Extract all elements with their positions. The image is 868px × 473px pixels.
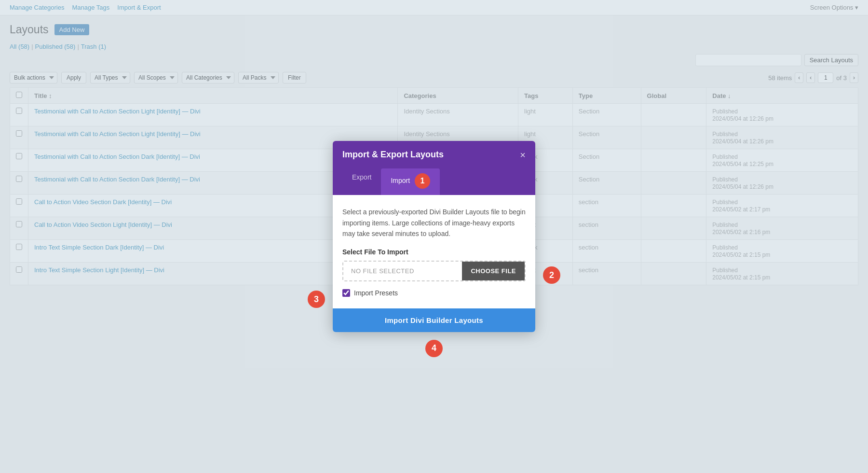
step-3-badge: 3 bbox=[308, 291, 325, 308]
modal-header: Import & Export Layouts × bbox=[333, 141, 535, 168]
step-4-badge: 4 bbox=[425, 340, 443, 357]
modal-overlay[interactable]: 2 3 Import & Export Layouts × Export Imp… bbox=[0, 0, 868, 473]
file-section-label: Select File To Import bbox=[342, 248, 526, 256]
import-presets-row: Import Presets bbox=[342, 289, 526, 297]
modal-description: Select a previously-exported Divi Builde… bbox=[342, 207, 526, 239]
choose-file-button[interactable]: CHOOSE FILE bbox=[462, 262, 525, 280]
modal-body: Select a previously-exported Divi Builde… bbox=[333, 195, 535, 308]
import-presets-label: Import Presets bbox=[354, 289, 398, 297]
step-2-badge: 2 bbox=[543, 266, 560, 284]
modal-title: Import & Export Layouts bbox=[342, 150, 444, 160]
modal-wrapper: 2 3 Import & Export Layouts × Export Imp… bbox=[333, 141, 535, 332]
file-upload-area: NO FILE SELECTED CHOOSE FILE bbox=[342, 261, 526, 281]
no-file-label: NO FILE SELECTED bbox=[343, 262, 462, 280]
modal-footer: Import Divi Builder Layouts bbox=[333, 308, 535, 332]
tab-import[interactable]: Import 1 bbox=[381, 168, 440, 195]
tab-export[interactable]: Export bbox=[342, 168, 381, 195]
modal-tabs: Export Import 1 bbox=[333, 168, 535, 195]
import-presets-checkbox[interactable] bbox=[342, 289, 350, 297]
import-divi-button[interactable]: Import Divi Builder Layouts bbox=[333, 308, 535, 332]
modal-close-button[interactable]: × bbox=[520, 150, 526, 160]
import-export-modal: Import & Export Layouts × Export Import … bbox=[333, 141, 535, 332]
step-1-badge: 1 bbox=[415, 173, 430, 189]
